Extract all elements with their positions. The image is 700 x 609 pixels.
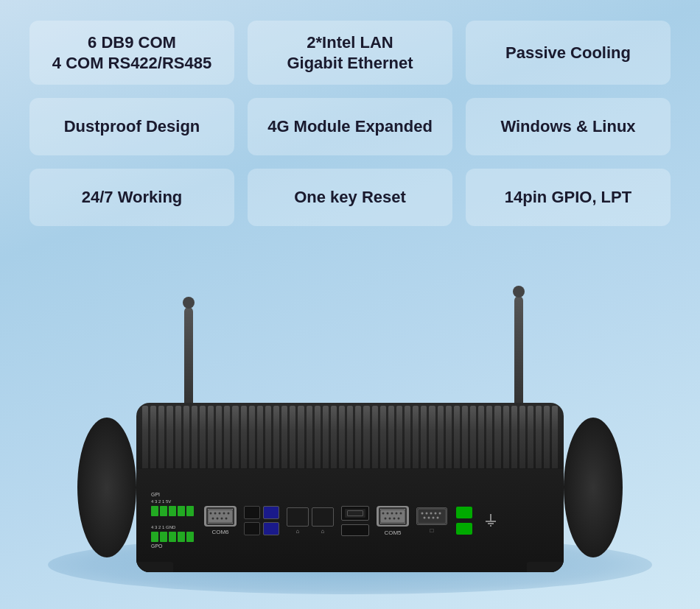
fin [438, 406, 444, 468]
fin [347, 406, 353, 468]
vga-port [416, 507, 447, 525]
heatsink-fins [136, 403, 564, 469]
svg-point-12 [387, 512, 389, 514]
fin [257, 406, 263, 468]
svg-rect-0 [208, 510, 233, 523]
svg-point-1 [210, 513, 212, 515]
fin [281, 406, 287, 468]
com6-label: COM6 [211, 529, 228, 535]
svg-point-28 [433, 517, 435, 519]
fin [339, 406, 345, 468]
fin [200, 406, 206, 468]
fin [446, 406, 452, 468]
bracket-left [136, 562, 173, 572]
fin [150, 406, 156, 468]
fin [315, 406, 321, 468]
badge-lan-text: 2*Intel LANGigabit Ethernet [287, 32, 413, 73]
com5-vga-group: COM5 [377, 506, 409, 536]
lan1-jack [287, 507, 309, 527]
gpio-pin [186, 506, 194, 516]
fin [167, 406, 172, 468]
badge-cooling: Passive Cooling [466, 21, 671, 85]
fin [192, 406, 197, 468]
badge-com-ports-text: 6 DB9 COM4 COM RS422/RS485 [52, 32, 211, 73]
computer-illustration: GPI 4 3 2 1 5V 4 3 2 1 GND [18, 248, 682, 609]
svg-point-6 [212, 518, 214, 520]
svg-point-9 [225, 518, 228, 520]
svg-point-18 [393, 517, 396, 519]
svg-point-17 [389, 517, 391, 519]
svg-point-22 [426, 513, 428, 515]
fin [413, 406, 419, 468]
fin [470, 406, 476, 468]
fin [528, 406, 533, 468]
fin [224, 406, 230, 468]
gpio-pin [151, 532, 158, 542]
svg-point-14 [396, 512, 398, 514]
svg-point-11 [382, 512, 385, 514]
svg-point-7 [217, 518, 219, 520]
gpio-pin [178, 506, 185, 516]
computer-box: GPI 4 3 2 1 5V 4 3 2 1 GND [99, 344, 601, 572]
com6-port: COM6 [204, 506, 237, 535]
com6-dsub [204, 506, 237, 527]
chassis-body: GPI 4 3 2 1 5V 4 3 2 1 GND [136, 403, 564, 572]
usb-port [244, 506, 260, 519]
gpio-row-bot [151, 532, 194, 542]
fin [511, 406, 517, 468]
gpo-label: GPO [151, 543, 194, 549]
svg-point-4 [223, 513, 225, 515]
audio-green [456, 507, 472, 518]
lan1-port: ⌂ [287, 507, 309, 535]
lan-group: ⌂ ⌂ [287, 507, 334, 535]
usb-grid [244, 506, 279, 535]
usb-port-blue [263, 522, 279, 535]
fin [363, 406, 369, 468]
usb-section [244, 506, 279, 535]
fin [323, 406, 329, 468]
vga-icon: □ [430, 527, 434, 534]
badge-gpio-text: 14pin GPIO, LPT [505, 187, 631, 208]
fin [355, 406, 361, 468]
svg-point-27 [428, 517, 430, 519]
gpio-pin [151, 506, 158, 516]
badge-4g: 4G Module Expanded [248, 98, 452, 155]
svg-rect-20 [418, 509, 446, 524]
svg-point-3 [219, 513, 221, 515]
fin [454, 406, 460, 468]
fin [462, 406, 468, 468]
bumper-right [564, 418, 623, 557]
fin [298, 406, 304, 468]
svg-point-21 [421, 513, 424, 515]
gpio-pin [169, 506, 176, 516]
audio-section [456, 507, 472, 535]
usb-port-blue [263, 506, 279, 519]
com5-label: COM5 [384, 529, 401, 536]
bumper-left [77, 418, 136, 557]
fin [208, 406, 214, 468]
svg-point-19 [398, 517, 400, 519]
badge-cooling-text: Passive Cooling [505, 43, 631, 63]
displayport [341, 524, 369, 536]
lan1-icon: ⌂ [296, 528, 300, 535]
fin [544, 406, 550, 468]
svg-point-24 [435, 513, 437, 515]
fin [273, 406, 279, 468]
gpio-pin [178, 532, 185, 542]
badge-working: 24/7 Working [29, 169, 234, 226]
lan2-port: ⌂ [312, 507, 334, 535]
gpio-block: GPI 4 3 2 1 5V 4 3 2 1 GND [151, 492, 194, 549]
usb-port [244, 522, 260, 535]
fin [519, 406, 525, 468]
fin [536, 406, 542, 468]
fin [183, 406, 189, 468]
fin [142, 406, 148, 468]
fin [232, 406, 238, 468]
fin [503, 406, 509, 468]
fin [494, 406, 500, 468]
svg-point-23 [430, 513, 433, 515]
gpio-pin [186, 532, 194, 542]
gpio-pin [160, 506, 167, 516]
badge-reset: One key Reset [248, 169, 452, 226]
fin [486, 406, 492, 468]
